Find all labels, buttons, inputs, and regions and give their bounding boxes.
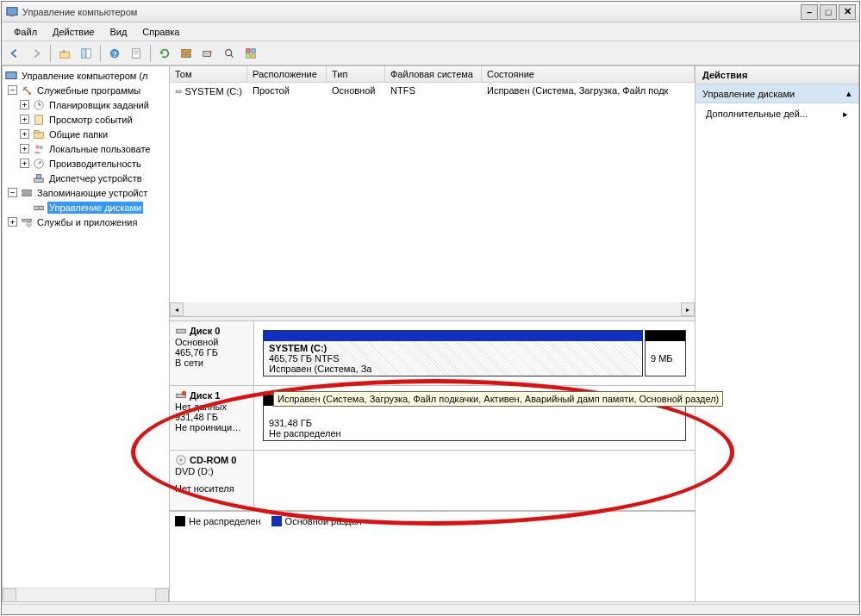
svg-rect-40 [177,329,186,333]
close-button[interactable]: ✕ [839,4,856,20]
volume-table: Том Расположение Тип Файловая система Со… [170,66,695,316]
svg-rect-16 [252,48,255,52]
tree-storage[interactable]: − Запоминающие устройст [4,185,167,200]
svg-point-35 [38,207,40,208]
svg-rect-30 [34,178,44,182]
properties-button[interactable] [127,44,146,63]
app-icon [5,5,19,19]
minimize-button[interactable]: – [801,4,818,20]
col-layout[interactable]: Расположение [247,66,327,82]
bottom-scrollbar[interactable] [2,604,859,614]
legend-swatch-unalloc [175,516,185,526]
svg-rect-33 [22,193,32,196]
menu-action[interactable]: Действие [46,25,101,39]
tree-localusers[interactable]: + Локальные пользовате [4,141,167,156]
view-options-button[interactable] [220,44,239,63]
toolbar: ? [2,41,859,65]
svg-point-13 [226,49,232,55]
partition-unalloc-small[interactable]: 9 МБ [645,330,686,376]
svg-point-28 [39,146,42,149]
svg-rect-0 [7,7,17,15]
collapse-icon[interactable]: − [8,85,17,95]
menu-view[interactable]: Вид [103,25,134,39]
col-status[interactable]: Состояние [482,66,695,82]
content-area: Управление компьютером (л − Служебные пр… [2,65,859,602]
table-row[interactable]: SYSTEM (C:) Простой Основной NTFS Исправ… [170,83,695,100]
svg-point-42 [182,391,186,395]
collapse-arrow-icon: ▴ [846,88,852,99]
actions-more[interactable]: Дополнительные дей... ▸ [696,103,858,125]
svg-rect-17 [246,53,250,57]
svg-rect-36 [22,219,32,221]
up-button[interactable] [55,44,74,63]
tree-devicemgr[interactable]: Диспетчер устройств [4,171,167,185]
svg-rect-12 [203,51,211,56]
detach-button[interactable] [198,44,217,63]
svg-rect-15 [246,48,250,52]
legend: Не распределен Основной раздел [170,511,695,530]
expand-icon[interactable]: + [20,159,29,168]
disk-info[interactable]: Диск 1 Нет данных 931,48 ГБ Не проиници… [170,386,254,450]
tree-sharedfolders[interactable]: + Общие папки [4,127,167,141]
expand-icon[interactable]: + [8,217,17,227]
tree-services[interactable]: + Службы и приложения [4,215,167,229]
svg-rect-31 [36,174,41,177]
tree-eventviewer[interactable]: + Просмотр событий [4,112,167,127]
collapse-icon[interactable]: − [8,188,17,197]
tree-root[interactable]: Управление компьютером (л [4,68,167,83]
table-header: Том Расположение Тип Файловая система Со… [170,66,695,83]
tree-performance[interactable]: + Производительность [4,156,167,171]
tree-scrollbar[interactable] [3,588,169,601]
titlebar: Управление компьютером – □ ✕ [2,2,859,22]
maximize-button[interactable]: □ [820,4,837,20]
disk-icon [175,325,187,337]
svg-rect-24 [35,115,43,124]
svg-rect-32 [22,190,32,192]
expand-icon[interactable]: + [20,129,29,139]
col-volume[interactable]: Том [170,66,247,82]
disk-row-cdrom: CD-ROM 0 DVD (D:) Нет носителя [170,451,695,511]
rescan-button[interactable] [177,44,196,63]
disk-panel: Диск 0 Основной 465,76 ГБ В сети SYSTEM … [170,321,695,601]
menu-help[interactable]: Справка [135,25,186,39]
tree-diskmgmt[interactable]: Управление дисками [4,200,167,215]
tree-utilities[interactable]: − Служебные программы [4,83,167,97]
partition-system[interactable]: SYSTEM (C:) 465,75 ГБ NTFS Исправен (Сис… [263,330,643,376]
disk-info[interactable]: Диск 0 Основной 465,76 ГБ В сети [170,321,254,385]
svg-point-27 [35,145,39,148]
back-button[interactable] [5,44,24,63]
help-button[interactable]: ? [105,44,124,63]
menu-file[interactable]: Файл [7,25,44,39]
tooltip: Исправен (Система, Загрузка, Файл подкач… [273,391,723,407]
table-scrollbar[interactable]: ◂▸ [170,302,695,316]
actions-header: Действия [696,66,858,84]
svg-rect-26 [34,130,39,133]
disk-unknown-icon [175,389,187,401]
svg-text:?: ? [112,48,117,58]
disk-row-0: Диск 0 Основной 465,76 ГБ В сети SYSTEM … [170,321,695,386]
svg-point-38 [28,223,30,225]
expand-icon[interactable]: + [20,100,29,109]
expand-icon[interactable]: + [20,144,29,153]
svg-rect-11 [182,53,191,57]
svg-rect-4 [86,48,90,58]
middle-panel: Том Расположение Тип Файловая система Со… [170,65,696,602]
refresh-button[interactable] [155,44,174,63]
legend-swatch-primary [271,516,282,526]
cdrom-icon [175,454,187,466]
show-hide-button[interactable] [77,44,96,63]
more-options-button[interactable] [241,44,260,63]
actions-section[interactable]: Управление дисками ▴ [696,84,858,103]
svg-rect-39 [176,90,181,93]
svg-rect-18 [252,53,255,57]
window-title: Управление компьютером [22,7,801,17]
submenu-arrow-icon: ▸ [843,109,848,120]
main-window: Управление компьютером – □ ✕ Файл Действ… [1,1,860,615]
svg-point-20 [28,91,32,95]
disk-info[interactable]: CD-ROM 0 DVD (D:) Нет носителя [170,451,254,510]
forward-button[interactable] [27,44,46,63]
col-type[interactable]: Тип [327,66,385,82]
expand-icon[interactable]: + [20,115,29,124]
col-fs[interactable]: Файловая система [385,66,482,82]
tree-scheduler[interactable]: + Планировщик заданий [4,97,167,112]
